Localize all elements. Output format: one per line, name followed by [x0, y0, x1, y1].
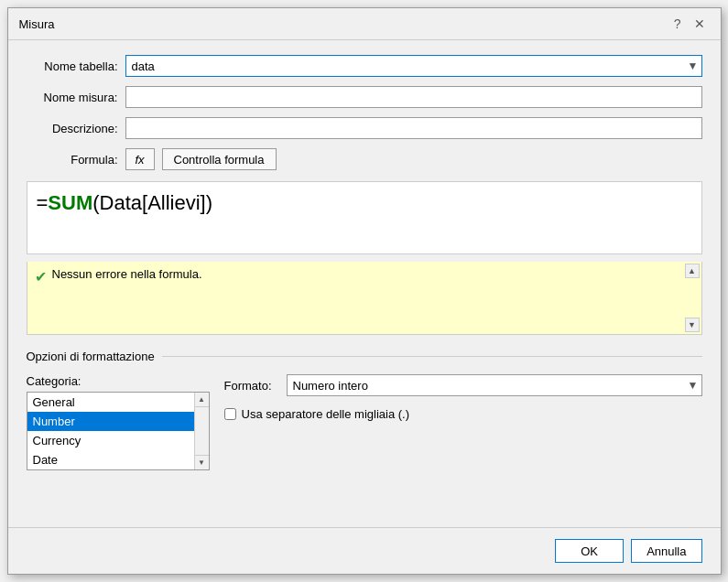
- listbox-scroll-up[interactable]: ▲: [195, 393, 209, 407]
- ok-button[interactable]: OK: [555, 539, 624, 563]
- formula-display: =SUM(Data[Allievi]): [37, 191, 213, 214]
- categoria-label: Categoria:: [27, 374, 210, 388]
- validation-scroll-down[interactable]: ▼: [685, 318, 700, 332]
- descrizione-row: Descrizione:: [27, 117, 702, 139]
- dialog-footer: OK Annulla: [8, 527, 721, 574]
- descrizione-input[interactable]: [125, 117, 702, 139]
- help-button[interactable]: ?: [669, 16, 686, 32]
- nome-tabella-label: Nome tabella:: [27, 59, 118, 73]
- listbox-scrollbar: ▲ ▼: [194, 393, 209, 469]
- formula-editor[interactable]: =SUM(Data[Allievi]): [27, 181, 702, 254]
- format-section-label: Opzioni di formattazione: [27, 350, 155, 363]
- nome-tabella-wrapper: data ▼: [125, 55, 702, 77]
- formato-select-wrapper: Numero intero Numero decimale Percentual…: [287, 374, 702, 396]
- descrizione-label: Descrizione:: [27, 122, 118, 135]
- formula-sum: SUM: [48, 191, 92, 214]
- listbox-item-general[interactable]: General: [27, 393, 194, 412]
- checkbox-row: Usa separatore delle migliaia (.): [224, 407, 702, 421]
- separatore-label: Usa separatore delle migliaia (.): [242, 407, 410, 421]
- validation-scroll-up[interactable]: ▲: [685, 264, 700, 278]
- nome-misura-input[interactable]: TotaleAllievi: [125, 86, 702, 108]
- title-bar-controls: ? ✕: [669, 16, 710, 32]
- formula-args: (Data[Allievi]): [92, 191, 212, 214]
- formula-equals: =: [37, 191, 49, 214]
- formula-row: Formula: fx Controlla formula: [27, 148, 702, 170]
- formula-label: Formula:: [27, 153, 118, 167]
- validation-message: Nessun errore nella formula.: [52, 267, 202, 281]
- formato-select[interactable]: Numero intero Numero decimale Percentual…: [287, 374, 702, 396]
- nome-tabella-row: Nome tabella: data ▼: [27, 55, 702, 77]
- listbox-scroll-down[interactable]: ▼: [195, 455, 209, 469]
- separatore-checkbox[interactable]: [224, 408, 236, 420]
- nome-misura-row: Nome misura: TotaleAllievi: [27, 86, 702, 108]
- dialog-body: Nome tabella: data ▼ Nome misura: Totale…: [8, 40, 721, 527]
- listbox-item-currency[interactable]: Currency: [27, 431, 194, 450]
- listbox-item-date[interactable]: Date: [27, 450, 194, 469]
- categoria-listbox-inner[interactable]: General Number Currency Date: [27, 393, 194, 469]
- dialog-misura: Misura ? ✕ Nome tabella: data ▼ Nome mis…: [7, 7, 722, 575]
- format-section: Categoria: General Number Currency Date …: [27, 374, 702, 470]
- dialog-title: Misura: [19, 17, 55, 31]
- format-options-group: Formato: Numero intero Numero decimale P…: [224, 374, 702, 421]
- nome-tabella-select[interactable]: data: [125, 55, 702, 77]
- formato-label: Formato:: [224, 379, 279, 393]
- check-icon: ✔: [35, 268, 47, 286]
- listbox-item-number[interactable]: Number: [27, 412, 194, 431]
- format-section-divider: Opzioni di formattazione: [27, 350, 702, 363]
- formato-row: Formato: Numero intero Numero decimale P…: [224, 374, 702, 396]
- categoria-listbox: General Number Currency Date ▲ ▼: [27, 392, 210, 470]
- nome-misura-label: Nome misura:: [27, 91, 118, 104]
- validation-area: ✔ Nessun errore nella formula. ▲ ▼: [27, 262, 702, 335]
- annulla-button[interactable]: Annulla: [631, 539, 701, 563]
- close-button[interactable]: ✕: [690, 16, 710, 32]
- fx-button[interactable]: fx: [125, 148, 155, 170]
- divider-line: [162, 356, 702, 357]
- categoria-group: Categoria: General Number Currency Date …: [27, 374, 210, 470]
- title-bar: Misura ? ✕: [8, 8, 721, 40]
- check-formula-button[interactable]: Controlla formula: [162, 148, 277, 170]
